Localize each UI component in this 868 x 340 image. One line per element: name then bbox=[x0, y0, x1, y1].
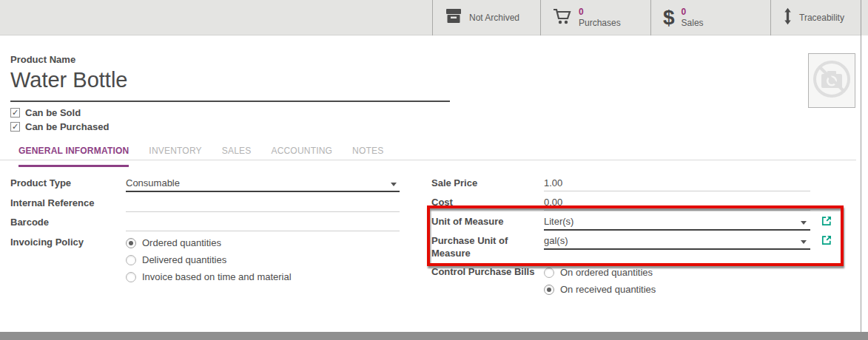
notebook-tabs: GENERAL INFORMATION INVENTORY SALES ACCO… bbox=[18, 146, 383, 167]
cart-icon bbox=[553, 7, 572, 28]
radio-time-material-row: Invoice based on time and material bbox=[126, 271, 292, 282]
cost-underline bbox=[544, 210, 810, 211]
cost-label: Cost bbox=[431, 197, 541, 209]
unit-of-measure-label: Unit of Measure bbox=[431, 216, 541, 228]
archive-icon bbox=[445, 8, 462, 27]
product-name-input[interactable]: Water Bottle bbox=[10, 68, 127, 92]
can-be-purchased-row: ✓ Can be Purchased bbox=[10, 121, 109, 132]
sales-label: Sales bbox=[682, 18, 704, 28]
sale-price-input[interactable]: 1.00 bbox=[544, 177, 562, 188]
chevron-down-icon[interactable] bbox=[801, 221, 807, 225]
product-name-underline bbox=[10, 101, 450, 102]
barcode-underline bbox=[126, 231, 400, 231]
unit-of-measure-select[interactable]: Liter(s) bbox=[544, 216, 573, 227]
product-type-underline bbox=[126, 191, 400, 192]
chevron-down-icon[interactable] bbox=[391, 183, 397, 186]
barcode-label: Barcode bbox=[10, 217, 121, 228]
internal-reference-label: Internal Reference bbox=[10, 197, 121, 208]
tab-sales[interactable]: SALES bbox=[222, 146, 252, 167]
invoicing-policy-label: Invoicing Policy bbox=[10, 237, 121, 248]
check-icon: ✓ bbox=[12, 122, 18, 131]
sale-price-underline bbox=[544, 191, 810, 191]
external-link-icon[interactable] bbox=[821, 216, 832, 229]
cost-input[interactable]: 0.00 bbox=[544, 197, 562, 208]
purchases-label: Purchases bbox=[579, 18, 621, 28]
can-be-purchased-label: Can be Purchased bbox=[25, 121, 109, 132]
radio-label: Ordered quantities bbox=[142, 237, 221, 248]
product-name-label: Product Name bbox=[10, 54, 75, 65]
purchases-button[interactable]: 0 Purchases bbox=[540, 0, 650, 35]
radio-label: Delivered quantities bbox=[142, 254, 226, 265]
traceability-label: Traceability bbox=[799, 13, 844, 24]
window-bottom-edge bbox=[0, 332, 868, 340]
radio-on-received-quantities[interactable] bbox=[544, 285, 554, 295]
radio-invoice-time-material[interactable] bbox=[126, 272, 136, 282]
radio-delivered-quantities-row: Delivered quantities bbox=[126, 254, 226, 265]
unit-of-measure-underline bbox=[544, 229, 810, 231]
not-archived-label: Not Archived bbox=[469, 13, 519, 24]
can-be-purchased-checkbox[interactable]: ✓ bbox=[10, 122, 20, 132]
chevron-down-icon[interactable] bbox=[801, 240, 807, 244]
topbar: Not Archived 0 Purchases $ 0 Sales Trace… bbox=[0, 0, 868, 35]
purchase-uom-select[interactable]: gal(s) bbox=[544, 235, 568, 246]
radio-on-ordered-quantities[interactable] bbox=[544, 268, 554, 278]
tab-accounting[interactable]: ACCOUNTING bbox=[271, 146, 332, 167]
stat-button-group: Not Archived 0 Purchases $ 0 Sales Trace… bbox=[432, 0, 861, 35]
radio-on-ordered-row: On ordered quantities bbox=[544, 267, 653, 278]
can-be-sold-label: Can be Sold bbox=[25, 107, 81, 118]
product-image-placeholder[interactable] bbox=[808, 53, 855, 108]
tab-general-information[interactable]: GENERAL INFORMATION bbox=[18, 146, 129, 167]
sales-button[interactable]: $ 0 Sales bbox=[650, 0, 770, 35]
sale-price-label: Sale Price bbox=[431, 177, 541, 190]
updown-arrow-icon bbox=[783, 7, 793, 29]
radio-label: Invoice based on time and material bbox=[142, 271, 292, 282]
window-right-gutter bbox=[861, 0, 868, 35]
check-icon: ✓ bbox=[12, 108, 18, 117]
traceability-button[interactable]: Traceability bbox=[770, 0, 861, 35]
tab-inventory[interactable]: INVENTORY bbox=[149, 146, 201, 167]
radio-on-received-row: On received quantities bbox=[544, 284, 656, 295]
tab-notes[interactable]: NOTES bbox=[352, 146, 383, 167]
window-right-border bbox=[861, 0, 861, 332]
product-type-select[interactable]: Consumable bbox=[126, 177, 180, 188]
purchases-count: 0 bbox=[579, 7, 621, 18]
radio-label: On received quantities bbox=[560, 284, 656, 295]
internal-reference-underline bbox=[126, 211, 400, 212]
purchase-uom-underline bbox=[544, 248, 810, 250]
product-type-label: Product Type bbox=[10, 177, 121, 188]
dollar-icon: $ bbox=[663, 7, 675, 28]
radio-delivered-quantities[interactable] bbox=[126, 255, 136, 265]
radio-ordered-quantities-row: Ordered quantities bbox=[126, 237, 221, 248]
can-be-sold-checkbox[interactable]: ✓ bbox=[10, 108, 20, 118]
not-archived-button[interactable]: Not Archived bbox=[432, 0, 540, 35]
no-camera-icon bbox=[812, 59, 852, 102]
control-purchase-bills-label: Control Purchase Bills bbox=[431, 266, 541, 279]
purchase-uom-label: Purchase Unit of Measure bbox=[431, 235, 541, 260]
radio-ordered-quantities[interactable] bbox=[126, 238, 136, 248]
sales-count: 0 bbox=[682, 7, 704, 18]
external-link-icon[interactable] bbox=[821, 235, 832, 248]
radio-label: On ordered quantities bbox=[560, 267, 653, 278]
tabbar-divider bbox=[0, 160, 856, 160]
can-be-sold-row: ✓ Can be Sold bbox=[10, 107, 81, 118]
